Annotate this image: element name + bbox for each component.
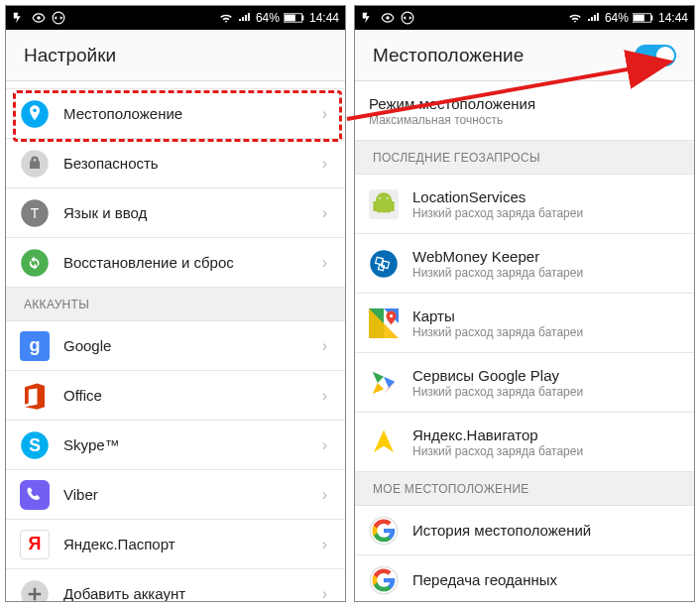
mode-sub: Максимальная точность: [369, 113, 676, 127]
wifi-icon: [567, 11, 583, 25]
svg-point-20: [379, 196, 381, 198]
app-sub: Низкий расход заряда батареи: [412, 444, 676, 458]
row-language[interactable]: T Язык и ввод ›: [6, 188, 345, 238]
app-sub: Низкий расход заряда батареи: [412, 266, 676, 280]
row-google[interactable]: g Google ›: [6, 321, 345, 371]
google-g-icon: [369, 565, 399, 595]
row-skype[interactable]: S Skype™ ›: [6, 421, 345, 470]
row-label: Восстановление и сброс: [63, 254, 308, 271]
svg-rect-18: [651, 15, 653, 20]
accounts-header: АККАУНТЫ: [6, 288, 345, 321]
row-location-mode[interactable]: Режим местоположения Максимальная точнос…: [355, 81, 694, 141]
svg-text:S: S: [29, 435, 41, 455]
row-add-account[interactable]: Добавить аккаунт ›: [6, 569, 345, 601]
row-location-share[interactable]: Передача геоданных: [355, 555, 694, 601]
chevron-icon: ›: [322, 436, 327, 454]
chevron-icon: ›: [322, 337, 327, 355]
yandex-nav-icon: [369, 427, 399, 457]
chevron-icon: ›: [322, 387, 327, 405]
row-location[interactable]: Местоположение ›: [6, 89, 345, 139]
title-text: Настройки: [24, 45, 116, 66]
lock-icon: [20, 149, 50, 179]
yandex-icon: Я: [20, 530, 50, 559]
row-label: Google: [63, 337, 308, 354]
google-icon: g: [20, 331, 50, 361]
row-security[interactable]: Безопасность ›: [6, 139, 345, 188]
phone-right: 64% 14:44 Местоположение Режим местополо…: [354, 5, 695, 602]
signal-icon: [238, 11, 252, 25]
row-play-services[interactable]: Сервисы Google Play Низкий расход заряда…: [355, 353, 694, 413]
statusbar: 64% 14:44: [355, 6, 694, 30]
skype-icon: S: [20, 430, 50, 460]
svg-point-14: [386, 16, 390, 20]
teamviewer-icon: [52, 11, 65, 25]
chevron-icon: ›: [322, 155, 327, 173]
svg-point-21: [387, 196, 389, 198]
plus-icon: [20, 579, 50, 602]
row-webmoney[interactable]: WebMoney Keeper Низкий расход заряда бат…: [355, 234, 694, 294]
row-label: Viber: [63, 486, 308, 503]
row-location-services[interactable]: LocationServices Низкий расход заряда ба…: [355, 175, 694, 234]
chevron-icon: ›: [322, 254, 327, 272]
battery-text: 64%: [605, 11, 629, 25]
eye-icon: [380, 11, 396, 25]
svg-rect-3: [285, 15, 295, 22]
partial-row-top: [6, 81, 345, 89]
app-sub: Низкий расход заряда батареи: [412, 325, 676, 339]
phone-left: 64% 14:44 Настройки Местоположение › Без: [5, 5, 346, 602]
row-yandex-navigator[interactable]: Яндекс.Навигатор Низкий расход заряда ба…: [355, 413, 694, 472]
viber-icon: [20, 480, 50, 510]
android-robot-icon: [369, 189, 399, 219]
row-label: Office: [63, 387, 308, 404]
recent-header: ПОСЛЕДНИЕ ГЕОЗАПРОСЫ: [355, 141, 694, 175]
text-icon: T: [20, 198, 50, 228]
svg-point-22: [370, 250, 398, 278]
location-content[interactable]: Режим местоположения Максимальная точнос…: [355, 81, 694, 601]
battery-text: 64%: [256, 11, 280, 25]
battery-icon: [633, 12, 654, 24]
row-office[interactable]: Office ›: [6, 371, 345, 421]
app-sub: Низкий расход заряда батареи: [412, 206, 676, 220]
signal-icon: [587, 11, 601, 25]
app-label: LocationServices: [412, 188, 676, 205]
titlebar-settings: Настройки: [6, 30, 345, 81]
svg-point-0: [37, 16, 41, 20]
row-label: Skype™: [63, 436, 308, 453]
chevron-icon: ›: [322, 486, 327, 504]
row-viber[interactable]: Viber ›: [6, 470, 345, 520]
google-maps-icon: [369, 308, 399, 338]
row-yandex-passport[interactable]: Я Яндекс.Паспорт ›: [6, 520, 345, 569]
settings-content[interactable]: Местоположение › Безопасность › T Язык и…: [6, 81, 345, 601]
time-text: 14:44: [309, 11, 339, 25]
app-sub: Низкий расход заряда батареи: [412, 385, 676, 399]
row-maps[interactable]: Карты Низкий расход заряда батареи: [355, 294, 694, 353]
svg-rect-4: [302, 15, 304, 20]
row-label: История местоположений: [412, 522, 676, 539]
app-label: Сервисы Google Play: [412, 367, 676, 384]
mode-label: Режим местоположения: [369, 95, 676, 112]
google-g-icon: [369, 516, 399, 546]
time-text: 14:44: [658, 11, 688, 25]
wifi-icon: [218, 11, 234, 25]
teamviewer-icon: [401, 11, 414, 25]
refresh-icon: [20, 248, 50, 278]
location-toggle[interactable]: [635, 45, 676, 66]
office-icon: [20, 381, 50, 411]
svg-text:T: T: [31, 206, 40, 221]
app-label: WebMoney Keeper: [412, 248, 676, 265]
row-location-history[interactable]: История местоположений: [355, 506, 694, 555]
title-text: Местоположение: [373, 45, 524, 66]
notif-icon-1: [12, 11, 26, 25]
statusbar: 64% 14:44: [6, 6, 345, 30]
svg-point-27: [390, 313, 393, 316]
row-backup[interactable]: Восстановление и сброс ›: [6, 238, 345, 288]
eye-icon: [31, 11, 47, 25]
row-label: Передача геоданных: [412, 571, 676, 588]
row-label: Местоположение: [63, 105, 308, 122]
svg-rect-17: [634, 15, 644, 22]
svg-point-9: [21, 249, 49, 277]
app-label: Яндекс.Навигатор: [412, 427, 676, 443]
chevron-icon: ›: [322, 536, 327, 553]
chevron-icon: ›: [322, 105, 327, 123]
titlebar-location: Местоположение: [355, 30, 694, 81]
